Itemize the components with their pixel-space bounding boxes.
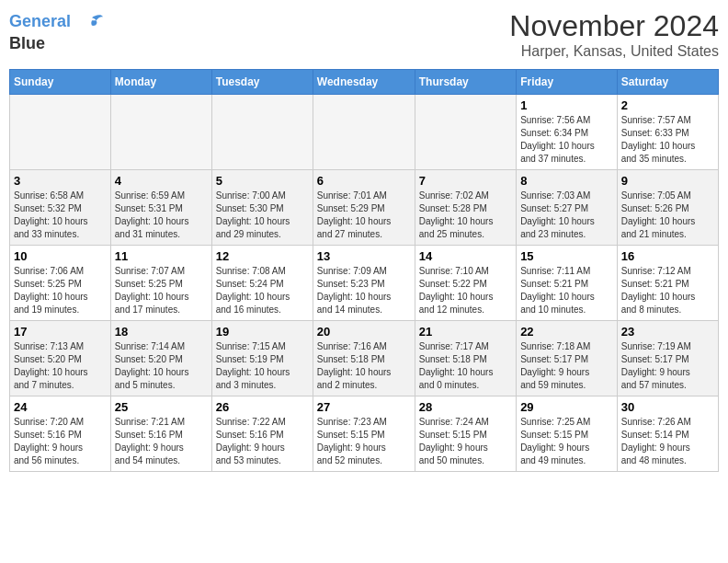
day-detail: Sunrise: 7:15 AM Sunset: 5:19 PM Dayligh…: [216, 340, 309, 392]
week-row-3: 10Sunrise: 7:06 AM Sunset: 5:25 PM Dayli…: [10, 246, 719, 321]
day-number: 27: [317, 400, 411, 414]
calendar-cell: 13Sunrise: 7:09 AM Sunset: 5:23 PM Dayli…: [313, 246, 415, 321]
weekday-header-row: SundayMondayTuesdayWednesdayThursdayFrid…: [10, 70, 719, 95]
day-detail: Sunrise: 7:05 AM Sunset: 5:26 PM Dayligh…: [621, 190, 714, 241]
weekday-header-saturday: Saturday: [617, 70, 718, 95]
calendar-cell: 30Sunrise: 7:26 AM Sunset: 5:14 PM Dayli…: [617, 396, 718, 472]
logo: General Blue: [9, 9, 105, 53]
title-block: November 2024 Harper, Kansas, United Sta…: [509, 9, 719, 60]
day-number: 22: [520, 325, 613, 339]
day-number: 16: [621, 249, 714, 263]
calendar-cell: [110, 95, 211, 170]
day-number: 29: [520, 400, 613, 414]
day-detail: Sunrise: 7:01 AM Sunset: 5:29 PM Dayligh…: [317, 190, 411, 241]
calendar-cell: 1Sunrise: 7:56 AM Sunset: 6:34 PM Daylig…: [517, 95, 618, 170]
weekday-header-wednesday: Wednesday: [313, 70, 415, 95]
day-detail: Sunrise: 7:18 AM Sunset: 5:17 PM Dayligh…: [520, 340, 613, 392]
day-number: 10: [14, 249, 107, 263]
page-header: General Blue November 2024 Harper, Kansa…: [9, 9, 719, 60]
location: Harper, Kansas, United States: [509, 43, 719, 60]
weekday-header-monday: Monday: [110, 70, 211, 95]
day-detail: Sunrise: 7:11 AM Sunset: 5:21 PM Dayligh…: [520, 265, 613, 316]
day-number: 1: [520, 98, 613, 112]
day-detail: Sunrise: 7:06 AM Sunset: 5:25 PM Dayligh…: [14, 265, 107, 316]
calendar-cell: 2Sunrise: 7:57 AM Sunset: 6:33 PM Daylig…: [617, 95, 718, 170]
calendar-cell: [415, 95, 516, 170]
calendar-cell: 28Sunrise: 7:24 AM Sunset: 5:15 PM Dayli…: [415, 396, 516, 472]
day-detail: Sunrise: 7:19 AM Sunset: 5:17 PM Dayligh…: [621, 340, 714, 392]
calendar-cell: 21Sunrise: 7:17 AM Sunset: 5:18 PM Dayli…: [415, 321, 516, 396]
day-number: 6: [317, 174, 411, 188]
calendar-cell: 10Sunrise: 7:06 AM Sunset: 5:25 PM Dayli…: [10, 246, 111, 321]
day-detail: Sunrise: 7:07 AM Sunset: 5:25 PM Dayligh…: [115, 265, 208, 316]
day-number: 8: [520, 174, 613, 188]
day-number: 19: [216, 325, 309, 339]
day-number: 2: [621, 98, 714, 112]
day-number: 3: [14, 174, 107, 188]
calendar-cell: 27Sunrise: 7:23 AM Sunset: 5:15 PM Dayli…: [313, 396, 415, 472]
day-detail: Sunrise: 6:59 AM Sunset: 5:31 PM Dayligh…: [115, 190, 208, 241]
calendar-cell: 11Sunrise: 7:07 AM Sunset: 5:25 PM Dayli…: [110, 246, 211, 321]
calendar-cell: [313, 95, 415, 170]
logo-bird-icon: [79, 9, 105, 35]
calendar-cell: 22Sunrise: 7:18 AM Sunset: 5:17 PM Dayli…: [517, 321, 618, 396]
calendar-cell: 25Sunrise: 7:21 AM Sunset: 5:16 PM Dayli…: [110, 396, 211, 472]
calendar-cell: 4Sunrise: 6:59 AM Sunset: 5:31 PM Daylig…: [110, 170, 211, 246]
day-number: 5: [216, 174, 309, 188]
day-detail: Sunrise: 7:10 AM Sunset: 5:22 PM Dayligh…: [419, 265, 512, 316]
calendar-cell: 9Sunrise: 7:05 AM Sunset: 5:26 PM Daylig…: [617, 170, 718, 246]
logo-line2: Blue: [9, 35, 105, 53]
week-row-5: 24Sunrise: 7:20 AM Sunset: 5:16 PM Dayli…: [10, 396, 719, 472]
calendar-cell: 12Sunrise: 7:08 AM Sunset: 5:24 PM Dayli…: [211, 246, 313, 321]
day-detail: Sunrise: 7:17 AM Sunset: 5:18 PM Dayligh…: [419, 340, 512, 392]
week-row-2: 3Sunrise: 6:58 AM Sunset: 5:32 PM Daylig…: [10, 170, 719, 246]
calendar-cell: 18Sunrise: 7:14 AM Sunset: 5:20 PM Dayli…: [110, 321, 211, 396]
day-number: 30: [621, 400, 714, 414]
day-detail: Sunrise: 7:03 AM Sunset: 5:27 PM Dayligh…: [520, 190, 613, 241]
day-detail: Sunrise: 7:14 AM Sunset: 5:20 PM Dayligh…: [115, 340, 208, 392]
day-detail: Sunrise: 7:09 AM Sunset: 5:23 PM Dayligh…: [317, 265, 411, 316]
calendar-cell: 5Sunrise: 7:00 AM Sunset: 5:30 PM Daylig…: [211, 170, 313, 246]
calendar-cell: 14Sunrise: 7:10 AM Sunset: 5:22 PM Dayli…: [415, 246, 516, 321]
calendar-cell: 6Sunrise: 7:01 AM Sunset: 5:29 PM Daylig…: [313, 170, 415, 246]
calendar-cell: 26Sunrise: 7:22 AM Sunset: 5:16 PM Dayli…: [211, 396, 313, 472]
calendar-cell: 17Sunrise: 7:13 AM Sunset: 5:20 PM Dayli…: [10, 321, 111, 396]
day-number: 17: [14, 325, 107, 339]
day-detail: Sunrise: 7:23 AM Sunset: 5:15 PM Dayligh…: [317, 416, 411, 467]
logo-line1: General: [9, 12, 71, 30]
calendar-cell: [211, 95, 313, 170]
calendar-cell: 19Sunrise: 7:15 AM Sunset: 5:19 PM Dayli…: [211, 321, 313, 396]
day-number: 26: [216, 400, 309, 414]
day-number: 4: [115, 174, 208, 188]
day-detail: Sunrise: 7:20 AM Sunset: 5:16 PM Dayligh…: [14, 416, 107, 467]
calendar-cell: [10, 95, 111, 170]
calendar-cell: 8Sunrise: 7:03 AM Sunset: 5:27 PM Daylig…: [517, 170, 618, 246]
day-detail: Sunrise: 7:57 AM Sunset: 6:33 PM Dayligh…: [621, 114, 714, 166]
day-number: 12: [216, 249, 309, 263]
day-detail: Sunrise: 7:02 AM Sunset: 5:28 PM Dayligh…: [419, 190, 512, 241]
day-number: 14: [419, 249, 512, 263]
day-number: 9: [621, 174, 714, 188]
day-detail: Sunrise: 7:24 AM Sunset: 5:15 PM Dayligh…: [419, 416, 512, 467]
day-number: 20: [317, 325, 411, 339]
day-number: 11: [115, 249, 208, 263]
day-detail: Sunrise: 7:00 AM Sunset: 5:30 PM Dayligh…: [216, 190, 309, 241]
calendar-table: SundayMondayTuesdayWednesdayThursdayFrid…: [9, 69, 719, 472]
weekday-header-sunday: Sunday: [10, 70, 111, 95]
day-detail: Sunrise: 7:08 AM Sunset: 5:24 PM Dayligh…: [216, 265, 309, 316]
calendar-cell: 7Sunrise: 7:02 AM Sunset: 5:28 PM Daylig…: [415, 170, 516, 246]
calendar-cell: 3Sunrise: 6:58 AM Sunset: 5:32 PM Daylig…: [10, 170, 111, 246]
week-row-4: 17Sunrise: 7:13 AM Sunset: 5:20 PM Dayli…: [10, 321, 719, 396]
weekday-header-thursday: Thursday: [415, 70, 516, 95]
calendar-cell: 24Sunrise: 7:20 AM Sunset: 5:16 PM Dayli…: [10, 396, 111, 472]
calendar-cell: 23Sunrise: 7:19 AM Sunset: 5:17 PM Dayli…: [617, 321, 718, 396]
day-detail: Sunrise: 7:21 AM Sunset: 5:16 PM Dayligh…: [115, 416, 208, 467]
day-number: 15: [520, 249, 613, 263]
day-detail: Sunrise: 7:56 AM Sunset: 6:34 PM Dayligh…: [520, 114, 613, 166]
day-detail: Sunrise: 6:58 AM Sunset: 5:32 PM Dayligh…: [14, 190, 107, 241]
week-row-1: 1Sunrise: 7:56 AM Sunset: 6:34 PM Daylig…: [10, 95, 719, 170]
day-detail: Sunrise: 7:26 AM Sunset: 5:14 PM Dayligh…: [621, 416, 714, 467]
day-detail: Sunrise: 7:16 AM Sunset: 5:18 PM Dayligh…: [317, 340, 411, 392]
day-detail: Sunrise: 7:12 AM Sunset: 5:21 PM Dayligh…: [621, 265, 714, 316]
day-number: 23: [621, 325, 714, 339]
